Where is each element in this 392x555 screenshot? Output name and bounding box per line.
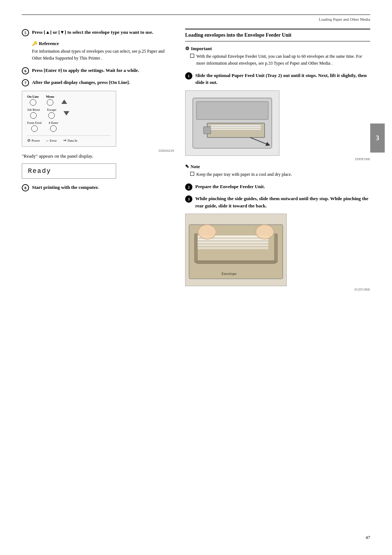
reference-body: For information about types of envelopes… <box>32 48 174 62</box>
panel-image-label: ZDDS022N <box>22 149 174 153</box>
panel-enter: # Enter <box>49 121 58 132</box>
right-step-1: 1 Slide the optional Paper Feed Unit (Tr… <box>185 72 370 86</box>
page-number: 47 <box>366 535 370 540</box>
section-heading: Loading envelopes into the Envelope Feed… <box>185 29 370 41</box>
triangle-down-icon <box>64 111 69 116</box>
right-column: Loading envelopes into the Envelope Feed… <box>185 29 370 294</box>
step-5-circle: 5 <box>22 29 29 36</box>
note-block: Note Keep the paper tray with paper in a… <box>185 164 370 178</box>
step-8-circle: 8 <box>22 184 29 191</box>
panel-row-3: Form Feed # Enter <box>27 121 111 132</box>
panel-row-2: Job Reset Escape <box>27 108 111 119</box>
important-checkbox <box>190 54 194 58</box>
envelope-svg: Envelope <box>185 214 286 286</box>
step-6-circle: 6 <box>22 67 29 74</box>
triangle-up-icon <box>61 100 67 104</box>
right-step-2-num: 2 <box>185 183 192 191</box>
ready-display: Ready <box>22 163 116 179</box>
step-5: 5 Press [▲] or [▼] to select the envelop… <box>22 29 174 36</box>
escape-circle <box>48 112 55 119</box>
svg-point-17 <box>198 225 216 239</box>
enter-circle <box>50 125 57 132</box>
right-step-1-num: 1 <box>185 72 192 80</box>
important-title: Important <box>185 46 370 52</box>
note-title: Note <box>185 164 370 170</box>
ready-caption: "Ready" appears on the panel display. <box>22 153 174 160</box>
step-6-text: Press [Enter #] to apply the settings. W… <box>32 67 139 74</box>
panel-data-in: ⇒ Data In <box>63 138 77 143</box>
svg-text:Envelope: Envelope <box>221 272 236 276</box>
panel-on-line: On Line <box>27 95 39 106</box>
note-checkbox <box>190 172 194 176</box>
panel-error: ⌐ Error <box>46 138 57 143</box>
section-heading-text: Loading envelopes into the Envelope Feed… <box>185 32 370 39</box>
svg-rect-7 <box>211 129 261 130</box>
svg-rect-5 <box>211 125 261 126</box>
panel-power: ⊘ Power <box>27 138 40 143</box>
reference-title: Reference <box>32 41 174 46</box>
step-5-text: Press [▲] or [▼] to select the envelope … <box>32 29 153 36</box>
header-section: Loading Paper and Other Media <box>22 17 370 21</box>
svg-rect-6 <box>211 127 261 128</box>
tab-number: 3 <box>376 134 379 142</box>
step-7: 7 After the panel display changes, press… <box>22 79 174 86</box>
panel-escape: Escape <box>47 108 56 119</box>
right-step-2: 2 Prepare the Envelope Feeder Unit. <box>185 183 370 191</box>
important-block: Important With the optional Envelope Fee… <box>185 46 370 67</box>
right-step-3-num: 3 <box>185 195 192 203</box>
form-feed-circle <box>31 125 38 132</box>
step-8-text: Start printing with the computer. <box>32 184 99 191</box>
panel-job-reset: Job Reset <box>27 108 40 119</box>
job-reset-circle <box>30 112 37 119</box>
main-content: 5 Press [▲] or [▼] to select the envelop… <box>22 29 370 294</box>
envelope-image: Envelope <box>185 214 287 286</box>
svg-point-18 <box>256 225 274 239</box>
svg-rect-15 <box>274 234 277 262</box>
svg-rect-11 <box>196 241 269 243</box>
panel-image: On Line Menu Job Reset <box>22 91 116 147</box>
on-line-circle <box>30 99 36 106</box>
svg-rect-14 <box>195 234 197 262</box>
right-step-2-text: Prepare the Envelope Feeder Unit. <box>195 183 265 190</box>
panel-buttons: On Line Menu Job Reset <box>27 95 111 143</box>
tab-marker: 3 <box>370 123 385 153</box>
step-7-text: After the panel display changes, press [… <box>32 79 130 86</box>
svg-rect-1 <box>196 102 268 119</box>
right-step-3-text: While pinching the side guides, slide th… <box>195 195 370 209</box>
menu-circle <box>47 99 53 106</box>
reference-block: Reference For information about types of… <box>32 41 174 62</box>
left-column: 5 Press [▲] or [▼] to select the envelop… <box>22 29 174 294</box>
svg-rect-16 <box>196 261 275 264</box>
right-step-1-text: Slide the optional Paper Feed Unit (Tray… <box>195 72 370 86</box>
important-checkbox-item: With the optional Envelope Feeder Unit, … <box>190 53 370 67</box>
header-divider <box>22 15 370 15</box>
step-8: 8 Start printing with the computer. <box>22 184 174 191</box>
note-checkbox-item: Keep the paper tray with paper in a cool… <box>190 171 370 178</box>
svg-rect-12 <box>196 244 269 246</box>
note-body: Keep the paper tray with paper in a cool… <box>185 171 370 178</box>
step-7-circle: 7 <box>22 79 29 86</box>
svg-rect-13 <box>196 247 269 249</box>
panel-menu: Menu <box>46 95 54 106</box>
printer-image-1 <box>185 90 279 156</box>
right-step-3: 3 While pinching the side guides, slide … <box>185 195 370 209</box>
printer-svg-1 <box>185 91 279 155</box>
triangle-down-container <box>64 111 69 116</box>
svg-rect-3 <box>204 127 211 134</box>
page-container: 3 Loading Paper and Other Media 5 Press … <box>0 0 392 555</box>
important-body: With the optional Envelope Feeder Unit, … <box>185 53 370 67</box>
panel-form-feed: Form Feed <box>27 121 41 132</box>
panel-bottom: ⊘ Power ⌐ Error ⇒ Data In <box>27 135 111 143</box>
ready-text: Ready <box>28 167 51 175</box>
triangle-up-container <box>61 100 67 104</box>
step-6: 6 Press [Enter #] to apply the settings.… <box>22 67 174 74</box>
image1-label: ZDDP330E <box>185 157 370 161</box>
panel-row-1: On Line Menu <box>27 95 111 106</box>
image2-label: ZGDY280E <box>185 288 370 291</box>
